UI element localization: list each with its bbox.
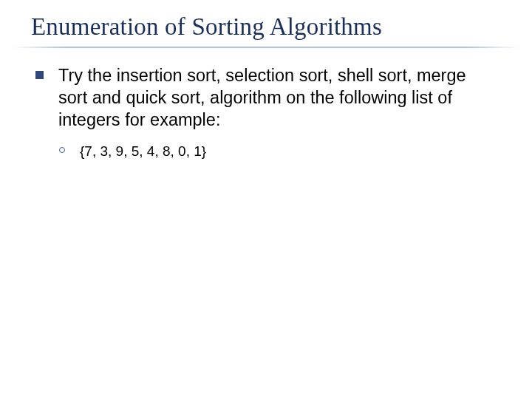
slide-title: Enumeration of Sorting Algorithms <box>0 0 532 41</box>
sub-bullet-text: {7, 3, 9, 5, 4, 8, 0, 1} <box>80 143 206 161</box>
bullet-item: Try the insertion sort, selection sort, … <box>35 64 497 131</box>
sub-bullet-item: {7, 3, 9, 5, 4, 8, 0, 1} <box>59 143 497 161</box>
square-bullet-icon <box>35 71 44 79</box>
slide-content: Try the insertion sort, selection sort, … <box>0 48 532 161</box>
bullet-text: Try the insertion sort, selection sort, … <box>58 64 497 131</box>
circle-bullet-icon <box>59 147 65 153</box>
